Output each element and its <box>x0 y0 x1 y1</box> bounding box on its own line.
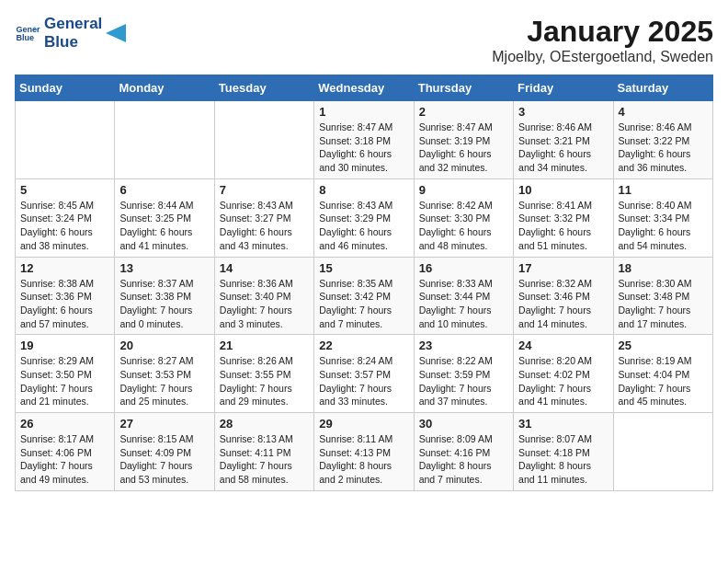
day-info: Sunrise: 8:44 AM Sunset: 3:25 PM Dayligh… <box>119 199 209 253</box>
calendar-cell: 14Sunrise: 8:36 AM Sunset: 3:40 PM Dayli… <box>214 257 313 335</box>
calendar-cell: 12Sunrise: 8:38 AM Sunset: 3:36 PM Dayli… <box>16 257 115 335</box>
title-area: January 2025 Mjoelby, OEstergoetland, Sw… <box>492 15 713 65</box>
calendar-week-2: 5Sunrise: 8:45 AM Sunset: 3:24 PM Daylig… <box>16 178 713 257</box>
day-number: 9 <box>419 183 508 197</box>
day-number: 30 <box>419 417 508 431</box>
calendar-cell <box>115 101 214 179</box>
weekday-header-monday: Monday <box>115 75 214 101</box>
weekday-header-row: SundayMondayTuesdayWednesdayThursdayFrid… <box>16 75 713 101</box>
day-number: 17 <box>518 261 608 275</box>
calendar-cell: 10Sunrise: 8:41 AM Sunset: 3:32 PM Dayli… <box>514 178 613 257</box>
calendar-week-3: 12Sunrise: 8:38 AM Sunset: 3:36 PM Dayli… <box>16 257 713 335</box>
day-info: Sunrise: 8:43 AM Sunset: 3:29 PM Dayligh… <box>319 199 408 253</box>
day-number: 24 <box>518 339 608 352</box>
day-info: Sunrise: 8:29 AM Sunset: 3:50 PM Dayligh… <box>20 354 109 408</box>
day-number: 14 <box>220 261 309 275</box>
calendar-cell <box>214 101 313 179</box>
calendar-cell: 13Sunrise: 8:37 AM Sunset: 3:38 PM Dayli… <box>115 257 214 335</box>
day-number: 28 <box>220 417 309 431</box>
day-number: 10 <box>518 183 608 197</box>
logo-general: General <box>44 15 102 33</box>
day-info: Sunrise: 8:20 AM Sunset: 4:02 PM Dayligh… <box>518 354 608 408</box>
svg-marker-3 <box>106 24 126 42</box>
calendar-week-1: 1Sunrise: 8:47 AM Sunset: 3:18 PM Daylig… <box>16 101 713 179</box>
day-number: 18 <box>619 261 708 275</box>
day-number: 22 <box>319 339 408 352</box>
svg-text:General: General <box>16 25 40 34</box>
day-info: Sunrise: 8:35 AM Sunset: 3:42 PM Dayligh… <box>319 277 408 331</box>
day-info: Sunrise: 8:41 AM Sunset: 3:32 PM Dayligh… <box>518 199 608 253</box>
calendar-cell: 20Sunrise: 8:27 AM Sunset: 3:53 PM Dayli… <box>115 335 214 413</box>
day-number: 31 <box>518 417 608 431</box>
calendar-cell: 27Sunrise: 8:15 AM Sunset: 4:09 PM Dayli… <box>115 413 214 491</box>
calendar-cell: 21Sunrise: 8:26 AM Sunset: 3:55 PM Dayli… <box>214 335 313 413</box>
calendar-cell: 9Sunrise: 8:42 AM Sunset: 3:30 PM Daylig… <box>414 178 513 257</box>
calendar-cell: 31Sunrise: 8:07 AM Sunset: 4:18 PM Dayli… <box>514 413 613 491</box>
logo-arrow-icon <box>106 24 126 42</box>
day-info: Sunrise: 8:26 AM Sunset: 3:55 PM Dayligh… <box>220 354 309 408</box>
day-number: 2 <box>419 105 508 119</box>
calendar-cell: 29Sunrise: 8:11 AM Sunset: 4:13 PM Dayli… <box>314 413 414 491</box>
day-info: Sunrise: 8:11 AM Sunset: 4:13 PM Dayligh… <box>319 432 408 487</box>
day-number: 23 <box>419 339 508 352</box>
calendar-cell: 5Sunrise: 8:45 AM Sunset: 3:24 PM Daylig… <box>16 178 115 257</box>
calendar-cell: 26Sunrise: 8:17 AM Sunset: 4:06 PM Dayli… <box>16 413 115 491</box>
day-number: 27 <box>119 417 209 431</box>
day-number: 7 <box>220 183 309 197</box>
day-number: 29 <box>319 417 408 431</box>
calendar-cell: 3Sunrise: 8:46 AM Sunset: 3:21 PM Daylig… <box>514 101 613 179</box>
calendar-cell: 23Sunrise: 8:22 AM Sunset: 3:59 PM Dayli… <box>414 335 513 413</box>
calendar-cell: 24Sunrise: 8:20 AM Sunset: 4:02 PM Dayli… <box>514 335 613 413</box>
weekday-header-wednesday: Wednesday <box>314 75 414 101</box>
day-number: 19 <box>20 339 109 352</box>
weekday-header-tuesday: Tuesday <box>214 75 313 101</box>
calendar-cell <box>613 413 712 491</box>
day-number: 25 <box>619 339 708 352</box>
day-info: Sunrise: 8:15 AM Sunset: 4:09 PM Dayligh… <box>119 432 209 487</box>
day-number: 16 <box>419 261 508 275</box>
day-info: Sunrise: 8:37 AM Sunset: 3:38 PM Dayligh… <box>119 277 209 331</box>
calendar-title: January 2025 <box>492 15 713 49</box>
logo: General Blue General Blue <box>15 15 126 52</box>
day-info: Sunrise: 8:19 AM Sunset: 4:04 PM Dayligh… <box>619 354 708 408</box>
weekday-header-thursday: Thursday <box>414 75 513 101</box>
day-number: 3 <box>518 105 608 119</box>
weekday-header-saturday: Saturday <box>613 75 712 101</box>
svg-text:Blue: Blue <box>16 34 34 43</box>
day-info: Sunrise: 8:17 AM Sunset: 4:06 PM Dayligh… <box>20 432 109 487</box>
calendar-cell <box>16 101 115 179</box>
day-number: 1 <box>319 105 408 119</box>
day-number: 26 <box>20 417 109 431</box>
calendar-cell: 1Sunrise: 8:47 AM Sunset: 3:18 PM Daylig… <box>314 101 414 179</box>
day-info: Sunrise: 8:38 AM Sunset: 3:36 PM Dayligh… <box>20 277 109 331</box>
day-info: Sunrise: 8:30 AM Sunset: 3:48 PM Dayligh… <box>619 277 708 331</box>
day-number: 12 <box>20 261 109 275</box>
calendar-cell: 17Sunrise: 8:32 AM Sunset: 3:46 PM Dayli… <box>514 257 613 335</box>
calendar-cell: 16Sunrise: 8:33 AM Sunset: 3:44 PM Dayli… <box>414 257 513 335</box>
day-info: Sunrise: 8:24 AM Sunset: 3:57 PM Dayligh… <box>319 354 408 408</box>
calendar-cell: 8Sunrise: 8:43 AM Sunset: 3:29 PM Daylig… <box>314 178 414 257</box>
page-header: General Blue General Blue January 2025 M… <box>15 15 713 65</box>
calendar-cell: 30Sunrise: 8:09 AM Sunset: 4:16 PM Dayli… <box>414 413 513 491</box>
day-number: 8 <box>319 183 408 197</box>
weekday-header-sunday: Sunday <box>16 75 115 101</box>
day-info: Sunrise: 8:09 AM Sunset: 4:16 PM Dayligh… <box>419 432 508 487</box>
day-info: Sunrise: 8:33 AM Sunset: 3:44 PM Dayligh… <box>419 277 508 331</box>
calendar-cell: 6Sunrise: 8:44 AM Sunset: 3:25 PM Daylig… <box>115 178 214 257</box>
calendar-week-4: 19Sunrise: 8:29 AM Sunset: 3:50 PM Dayli… <box>16 335 713 413</box>
logo-icon: General Blue <box>15 20 40 46</box>
calendar-cell: 22Sunrise: 8:24 AM Sunset: 3:57 PM Dayli… <box>314 335 414 413</box>
day-number: 11 <box>619 183 708 197</box>
day-info: Sunrise: 8:45 AM Sunset: 3:24 PM Dayligh… <box>20 199 109 253</box>
day-info: Sunrise: 8:32 AM Sunset: 3:46 PM Dayligh… <box>518 277 608 331</box>
day-number: 6 <box>119 183 209 197</box>
day-info: Sunrise: 8:40 AM Sunset: 3:34 PM Dayligh… <box>619 199 708 253</box>
day-info: Sunrise: 8:07 AM Sunset: 4:18 PM Dayligh… <box>518 432 608 487</box>
calendar-cell: 28Sunrise: 8:13 AM Sunset: 4:11 PM Dayli… <box>214 413 313 491</box>
day-number: 15 <box>319 261 408 275</box>
day-info: Sunrise: 8:43 AM Sunset: 3:27 PM Dayligh… <box>220 199 309 253</box>
weekday-header-friday: Friday <box>514 75 613 101</box>
day-info: Sunrise: 8:27 AM Sunset: 3:53 PM Dayligh… <box>119 354 209 408</box>
day-info: Sunrise: 8:47 AM Sunset: 3:18 PM Dayligh… <box>319 121 408 175</box>
day-number: 5 <box>20 183 109 197</box>
